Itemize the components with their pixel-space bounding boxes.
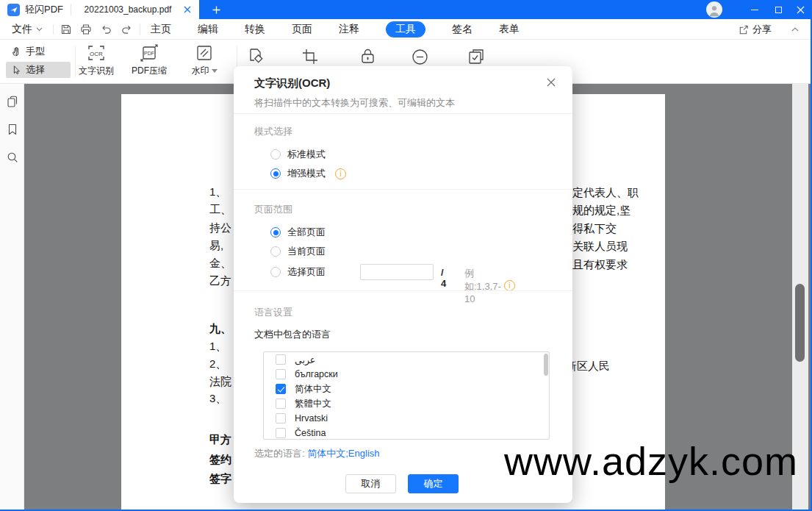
lock-icon — [359, 47, 377, 66]
info-icon[interactable]: i — [504, 280, 515, 291]
scrollbar-thumb[interactable] — [795, 284, 805, 362]
radio-label: 当前页面 — [287, 245, 326, 258]
user-avatar[interactable] — [706, 1, 722, 18]
thumbnails-panel-button[interactable] — [6, 95, 19, 108]
language-option-arabic[interactable]: عربى — [264, 352, 549, 367]
radio-enhanced-mode[interactable]: 增强模式 i — [270, 168, 346, 179]
doc-paragraph-left2: 九、 1、 2、 法院 3、 — [209, 322, 231, 410]
language-option-croatian[interactable]: Hrvatski — [264, 411, 549, 426]
doc-line: 工、 — [209, 203, 231, 221]
form-tool-button[interactable] — [466, 46, 486, 67]
radio-icon-selected — [270, 227, 281, 237]
menu-item-pages[interactable]: 页面 — [292, 23, 312, 36]
compress-tool-label: PDF压缩 — [132, 65, 167, 77]
document-tab[interactable]: 20221003_backup.pdf — [79, 0, 176, 19]
minus-circle-icon — [411, 48, 429, 66]
site-watermark: www.adzyk.com — [504, 438, 798, 484]
divider — [140, 24, 140, 35]
language-label: Čeština — [295, 428, 326, 438]
chevron-up-icon — [791, 27, 799, 32]
form-check-icon — [467, 47, 486, 66]
close-window-button[interactable] — [789, 0, 811, 19]
menu-item-tools[interactable]: 工具 — [386, 21, 425, 37]
watermark-tool-button[interactable]: 水印 — [180, 43, 229, 77]
doc-paragraph-left: 1、 工、 持公 易, 金、 乙方 — [209, 185, 231, 293]
protect-tool-button[interactable] — [357, 46, 378, 67]
hand-tool-button[interactable]: 手型 — [10, 43, 45, 59]
cancel-button[interactable]: 取消 — [345, 474, 396, 493]
maximize-button[interactable] — [767, 0, 789, 19]
pdf-compress-icon: PDF — [139, 43, 159, 62]
selected-languages: 选定的语言: 简体中文;English — [254, 447, 380, 460]
app-logo-icon — [7, 4, 20, 16]
new-tab-button[interactable] — [210, 4, 222, 15]
ocr-tool-button[interactable]: OCR 文字识别 — [72, 43, 121, 77]
search-icon — [6, 151, 19, 164]
radio-standard-mode[interactable]: 标准模式 — [270, 149, 326, 160]
menu-item-edit[interactable]: 编辑 — [198, 23, 218, 36]
confirm-button[interactable]: 确定 — [408, 474, 459, 493]
file-menu[interactable]: 文件 — [12, 19, 43, 40]
file-menu-label: 文件 — [12, 23, 32, 36]
select-tool-button[interactable]: 选择 — [6, 62, 71, 78]
selected-languages-link[interactable]: 简体中文;English — [307, 448, 379, 459]
radio-icon — [270, 267, 281, 277]
info-icon[interactable]: i — [335, 168, 346, 179]
mode-section-label: 模式选择 — [254, 125, 292, 138]
divider — [53, 24, 54, 35]
crop-tool-button[interactable] — [300, 46, 320, 67]
dialog-close-icon[interactable] — [545, 76, 558, 89]
language-list[interactable]: عربى български 简体中文 繁體中文 Hrvatski Češtin… — [263, 351, 550, 440]
radio-all-pages[interactable]: 全部页面 — [270, 226, 326, 238]
doc-line: 乙方 — [209, 274, 231, 292]
collapse-toolbar-button[interactable] — [786, 19, 804, 40]
minimize-button[interactable] — [744, 0, 766, 19]
ocr-dialog: 文字识别(OCR) 将扫描件中的文本转换为可搜索、可编辑的文本 模式选择 标准模… — [234, 66, 572, 503]
compress-tool-button[interactable]: PDF PDF压缩 — [125, 43, 173, 77]
checkbox-icon — [276, 413, 286, 424]
chevron-down-icon — [36, 27, 43, 32]
search-panel-button[interactable] — [6, 151, 19, 164]
erase-tool-button[interactable] — [245, 46, 266, 67]
language-section-label: 语言设置 — [254, 306, 292, 319]
doc-line: 甲方 — [209, 433, 231, 453]
crop-icon — [301, 48, 319, 65]
checkbox-icon — [276, 354, 286, 365]
ocr-icon: OCR — [86, 43, 107, 62]
checkbox-checked-icon — [276, 384, 286, 394]
radio-icon-selected — [270, 168, 281, 179]
language-label: български — [295, 369, 338, 379]
language-option-traditional-chinese[interactable]: 繁體中文 — [264, 396, 549, 411]
language-list-scrollbar[interactable] — [544, 354, 548, 376]
tab-close-icon[interactable] — [182, 4, 193, 15]
share-button[interactable]: 分享 — [738, 19, 772, 40]
ocr-tool-label: 文字识别 — [79, 65, 114, 77]
language-option-bulgarian[interactable]: български — [264, 367, 549, 382]
doc-line: 法院 — [209, 375, 231, 393]
pages-icon — [6, 95, 19, 108]
menu-item-annotate[interactable]: 注释 — [339, 23, 359, 36]
print-icon[interactable] — [80, 24, 92, 35]
undo-icon[interactable] — [100, 24, 112, 35]
doc-line: 1、 — [209, 185, 231, 203]
total-pages-label: / 4 — [441, 267, 446, 289]
redo-icon[interactable] — [121, 24, 133, 35]
redact-tool-button[interactable] — [409, 46, 430, 67]
title-bar: 轻闪PDF 20221003_backup.pdf — [0, 0, 812, 19]
menu-item-convert[interactable]: 转换 — [245, 23, 265, 36]
divider — [71, 4, 71, 15]
menu-item-forms[interactable]: 表单 — [499, 23, 520, 36]
main-menu: 主页 编辑 转换 页面 注释 工具 签名 表单 — [151, 19, 520, 40]
menu-item-sign[interactable]: 签名 — [452, 23, 473, 36]
radio-custom-pages[interactable]: 选择页面 / 4 例如:1,3,7-10 i — [270, 266, 326, 278]
bookmark-icon — [6, 123, 19, 136]
bookmarks-panel-button[interactable] — [6, 123, 19, 136]
radio-current-page[interactable]: 当前页面 — [270, 246, 326, 257]
language-option-simplified-chinese[interactable]: 简体中文 — [264, 382, 549, 396]
save-icon[interactable] — [60, 24, 72, 35]
doc-line: 规的规定,坚 — [572, 204, 639, 221]
menu-item-home[interactable]: 主页 — [151, 23, 171, 36]
page-range-input[interactable] — [360, 264, 434, 280]
dialog-title: 文字识别(OCR) — [254, 76, 330, 90]
language-label: عربى — [295, 354, 315, 365]
